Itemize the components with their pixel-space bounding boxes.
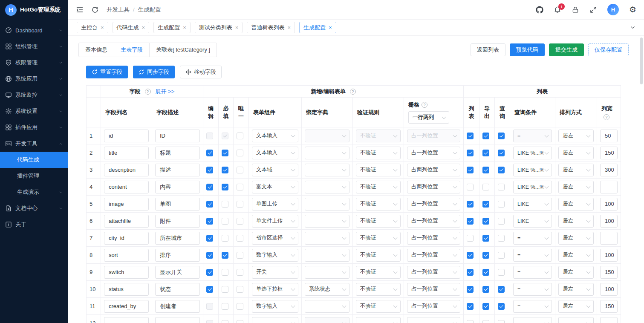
validation-select[interactable]: 不验证 [356,147,401,159]
required-checkbox[interactable] [222,252,228,259]
component-select[interactable]: 单文件上传 [252,215,298,228]
align-select[interactable]: 居左 [558,249,594,262]
required-checkbox[interactable] [222,201,228,208]
tab-basic-info[interactable]: 基本信息 [78,43,114,57]
required-checkbox[interactable] [222,150,228,156]
query-checkbox[interactable] [498,269,505,276]
github-icon[interactable] [536,6,543,14]
query-checkbox[interactable] [498,320,505,323]
required-checkbox[interactable] [222,320,228,323]
list-checkbox[interactable] [467,252,474,259]
help-icon[interactable]: ? [145,89,151,95]
edit-checkbox[interactable] [206,184,213,190]
required-checkbox[interactable] [222,235,228,242]
field-name-input[interactable]: sort [104,249,149,262]
tab-chip-4[interactable]: 普通树表列表× [247,22,295,33]
gear-icon[interactable]: ⚙ [629,6,636,14]
dict-select[interactable] [305,181,349,193]
query-condition-select[interactable]: LIKE [513,198,552,211]
dict-select[interactable]: 系统状态 [305,283,349,296]
validation-select[interactable]: 不验证 [356,300,401,313]
field-desc-input[interactable]: 标题 [155,147,200,159]
field-desc-input[interactable]: 内容 [155,181,200,193]
tab-chip-5[interactable]: 生成配置× [299,22,336,33]
dict-select[interactable] [305,215,349,228]
sidebar-item-sysmon[interactable]: 系统监控 [0,87,68,103]
grid-select[interactable]: 占一列位置 [407,198,460,211]
width-input[interactable] [600,232,618,245]
unique-checkbox[interactable] [237,269,243,276]
dict-select[interactable] [305,266,349,279]
export-checkbox[interactable] [482,133,489,139]
list-checkbox[interactable] [467,320,474,323]
export-checkbox[interactable] [482,218,489,225]
validation-select[interactable]: 不验证 [356,249,401,262]
query-condition-select[interactable] [513,317,552,323]
field-desc-input[interactable]: 附件 [155,215,200,228]
validation-select[interactable]: 不验证 [356,164,401,176]
grid-select[interactable]: 占一列位置 [407,300,460,313]
align-select[interactable]: 居左 [558,232,594,245]
edit-checkbox[interactable] [206,150,213,156]
list-checkbox[interactable] [467,286,474,293]
sidebar-item-about[interactable]: 关于 [0,216,68,233]
close-icon[interactable]: × [235,24,239,31]
export-checkbox[interactable] [482,235,489,242]
dict-select[interactable] [305,164,349,176]
unique-checkbox[interactable] [237,133,243,139]
save-config-button[interactable]: 仅保存配置 [588,43,629,56]
field-desc-input[interactable] [155,317,200,323]
component-select[interactable]: 文本域 [252,164,298,176]
list-checkbox[interactable] [467,133,474,139]
unique-checkbox[interactable] [237,218,243,225]
query-condition-select[interactable]: = [513,249,552,262]
grid-select[interactable]: 占一列位置 [407,266,460,279]
tab-chip-1[interactable]: 代码生成× [113,22,150,33]
width-input[interactable] [600,181,618,193]
component-select[interactable]: 数字输入 [252,300,298,313]
width-input[interactable] [600,317,618,323]
validation-select[interactable]: 不验证 [356,215,401,228]
sidebar-item-plugin[interactable]: 插件应用 [0,119,68,136]
validation-select[interactable]: 不验证 [356,232,401,245]
component-select[interactable]: 单图上传 [252,198,298,211]
field-name-input[interactable]: title [104,147,149,159]
component-select[interactable]: 开关 [252,266,298,279]
unique-checkbox[interactable] [237,303,243,310]
validation-select[interactable]: 不验证 [356,283,401,296]
width-input[interactable]: 100 [600,198,618,211]
edit-checkbox[interactable] [206,303,213,310]
edit-checkbox[interactable] [206,167,213,173]
help-icon[interactable]: ? [350,89,356,95]
help-icon[interactable]: ? [422,102,427,108]
edit-checkbox[interactable] [206,218,213,225]
list-checkbox[interactable] [467,235,474,242]
query-condition-select[interactable]: = [513,232,552,245]
width-input[interactable]: 100 [600,249,618,262]
export-checkbox[interactable] [482,150,489,156]
dict-select[interactable] [305,130,349,142]
query-checkbox[interactable] [498,235,505,242]
query-condition-select[interactable]: LIKE %...% [513,164,552,176]
grid-layout-select[interactable]: 一行两列 [408,111,449,124]
list-checkbox[interactable] [467,167,474,173]
align-select[interactable]: 居左 [558,147,594,159]
required-checkbox[interactable] [222,167,228,173]
move-fields-button[interactable]: 移动字段 [180,66,222,78]
export-checkbox[interactable] [482,303,489,310]
preview-code-button[interactable]: 预览代码 [510,43,545,56]
required-checkbox[interactable] [222,269,228,276]
required-checkbox[interactable] [222,184,228,190]
width-input[interactable]: 150 [600,266,618,279]
dict-select[interactable] [305,249,349,262]
scrollbar-thumb[interactable] [640,37,643,84]
unique-checkbox[interactable] [237,235,243,242]
component-select[interactable]: 富文本 [252,181,298,193]
field-desc-input[interactable]: ID [155,130,200,142]
edit-checkbox[interactable] [206,286,213,293]
lock-icon[interactable] [572,6,579,14]
component-select[interactable]: 省市区选择 [252,232,298,245]
validation-select[interactable]: 不验证 [356,181,401,193]
validation-select[interactable]: 不验证 [356,198,401,211]
edit-checkbox[interactable] [206,133,213,139]
